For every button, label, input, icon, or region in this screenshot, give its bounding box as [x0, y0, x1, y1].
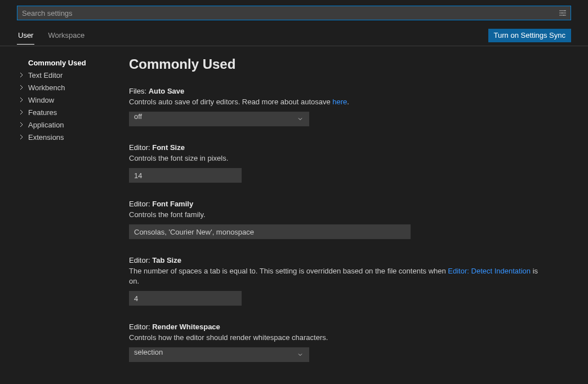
detect-indentation-link[interactable]: Editor: Detect Indentation	[448, 267, 531, 275]
chevron-right-icon	[17, 83, 26, 92]
setting-files-auto-save: Files: Auto Save Controls auto save of d…	[129, 87, 554, 126]
settings-scope-tabs: User Workspace Turn on Settings Sync	[0, 28, 588, 46]
tab-workspace[interactable]: Workspace	[47, 31, 86, 44]
setting-prefix: Editor:	[129, 200, 152, 208]
setting-name: Font Family	[152, 200, 193, 208]
sidebar-item-label: Commonly Used	[28, 59, 86, 67]
sidebar-item-label: Extensions	[28, 133, 64, 142]
setting-editor-font-family: Editor: Font Family Controls the font fa…	[129, 200, 554, 239]
settings-sidebar: Commonly Used Text Editor Workbench Wind…	[0, 46, 115, 384]
sidebar-item-application[interactable]: Application	[17, 118, 115, 131]
setting-prefix: Files:	[129, 87, 149, 95]
font-size-input[interactable]	[129, 168, 242, 183]
setting-prefix: Editor:	[129, 323, 152, 331]
sidebar-item-extensions[interactable]: Extensions	[17, 131, 115, 143]
sidebar-item-workbench[interactable]: Workbench	[17, 81, 115, 94]
setting-editor-render-whitespace: Editor: Render Whitespace Controls how t…	[129, 323, 554, 362]
setting-name: Font Size	[152, 143, 185, 152]
chevron-right-icon	[17, 95, 26, 104]
setting-name: Tab Size	[152, 256, 181, 264]
chevron-right-icon	[17, 108, 26, 117]
setting-prefix: Editor:	[129, 256, 152, 264]
sidebar-item-window[interactable]: Window	[17, 94, 115, 106]
setting-description: Controls how the editor should render wh…	[129, 333, 546, 343]
setting-name: Render Whitespace	[152, 323, 220, 331]
auto-save-select[interactable]: off	[129, 112, 309, 126]
sidebar-item-text-editor[interactable]: Text Editor	[17, 69, 115, 81]
render-whitespace-select[interactable]: selection	[129, 347, 309, 362]
font-family-input[interactable]	[129, 224, 411, 239]
settings-sync-button[interactable]: Turn on Settings Sync	[488, 29, 571, 42]
autosave-docs-link[interactable]: here	[332, 98, 347, 106]
setting-name: Auto Save	[149, 87, 185, 95]
setting-prefix: Editor:	[129, 143, 152, 152]
sidebar-item-commonly-used[interactable]: Commonly Used	[17, 56, 115, 69]
tab-size-input[interactable]	[129, 291, 242, 306]
sidebar-item-label: Text Editor	[28, 71, 63, 80]
chevron-right-icon	[17, 70, 26, 80]
section-title: Commonly Used	[129, 56, 554, 72]
sidebar-item-label: Workbench	[28, 83, 65, 92]
setting-description: The number of spaces a tab is equal to. …	[129, 266, 546, 286]
tab-user[interactable]: User	[17, 31, 34, 45]
setting-description: Controls the font family.	[129, 210, 546, 220]
chevron-right-icon	[17, 120, 26, 129]
sidebar-item-label: Features	[28, 108, 57, 117]
search-settings-input[interactable]	[17, 6, 555, 20]
setting-editor-font-size: Editor: Font Size Controls the font size…	[129, 143, 554, 183]
sidebar-item-features[interactable]: Features	[17, 106, 115, 118]
chevron-right-icon	[17, 133, 26, 142]
sidebar-item-label: Application	[28, 121, 64, 129]
setting-description: Controls auto save of dirty editors. Rea…	[129, 97, 546, 107]
filter-icon[interactable]	[555, 6, 571, 20]
setting-description: Controls the font size in pixels.	[129, 153, 546, 164]
search-settings-wrap	[17, 6, 571, 20]
setting-editor-tab-size: Editor: Tab Size The number of spaces a …	[129, 256, 554, 306]
sidebar-item-label: Window	[28, 96, 54, 104]
settings-content: Commonly Used Files: Auto Save Controls …	[115, 46, 588, 384]
